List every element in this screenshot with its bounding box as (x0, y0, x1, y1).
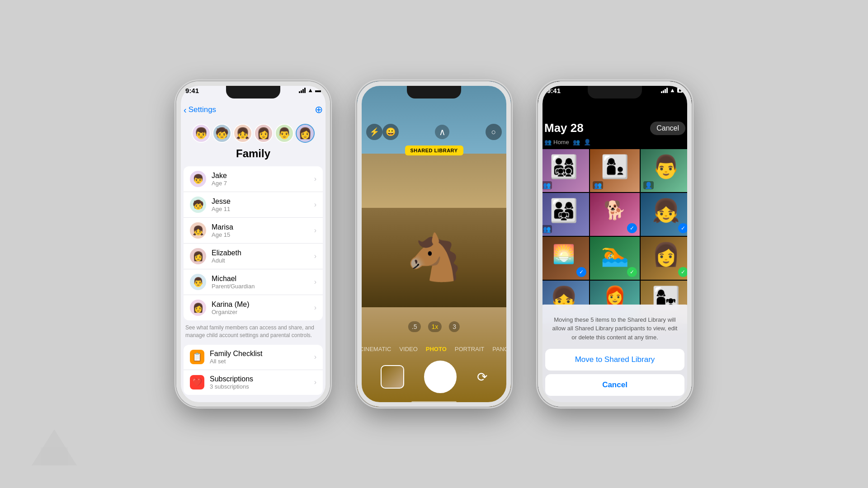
marisa-info: Marisa Age 15 (212, 223, 309, 238)
member-michael[interactable]: 👨 Michael Parent/Guardian › (184, 269, 323, 295)
shared-library-banner: SHARED LIBRARY (357, 145, 511, 155)
member-elizabeth[interactable]: 👩 Elizabeth Adult › (184, 244, 323, 269)
family-title: Family (185, 147, 321, 160)
jake-name: Jake (212, 172, 309, 180)
move-to-shared-library-button[interactable]: Move to Shared Library (545, 349, 684, 371)
photos-date: May 28 (544, 121, 584, 135)
signal-icon (299, 88, 306, 93)
shared-tab-icon-1: 👥 (573, 139, 580, 145)
check-6: ✓ (678, 223, 688, 233)
member-karina[interactable]: 👩 Karina (Me) Organizer › (184, 295, 323, 320)
feature-checklist[interactable]: 📋 Family Checklist All set › (184, 345, 323, 370)
flip-camera-icon[interactable]: ⟳ (477, 370, 487, 385)
check-7: ✓ (576, 267, 586, 277)
family-header: 👦 🧒 👧 👩 👨 👩 Family (176, 119, 330, 166)
battery-icon: ▬ (315, 87, 321, 94)
elizabeth-name: Elizabeth (212, 249, 309, 257)
shared-icon-4: 👥 (542, 225, 552, 233)
karina-chevron: › (314, 304, 316, 312)
photos-cancel-btn[interactable]: Cancel (650, 122, 685, 135)
checklist-chevron: › (314, 353, 316, 361)
photo-9[interactable]: 👩 ✓ (641, 237, 691, 280)
notch-1 (226, 86, 280, 99)
photo-6[interactable]: 👧 ✓ (641, 193, 691, 236)
jake-info: Jake Age 7 (212, 172, 309, 187)
add-member-icon[interactable]: ⊕ (315, 104, 323, 116)
photo-2[interactable]: 👩‍👦 👥 (590, 149, 640, 192)
marisa-role: Age 15 (212, 231, 309, 238)
battery-icon-3: ■ (677, 88, 683, 93)
photo-5[interactable]: 🐕 ✓ (590, 193, 640, 236)
notch-2 (407, 86, 461, 99)
subscriptions-chevron: › (314, 378, 316, 386)
zoom-controls: .5 1x 3 (408, 321, 460, 332)
photo-4[interactable]: 👨‍👩‍👧 👥 (539, 193, 589, 236)
mode-pano[interactable]: PANO (492, 346, 509, 352)
photo-3[interactable]: 👨 👤 (641, 149, 691, 192)
family-sharing-icon[interactable]: 😀 (382, 124, 399, 140)
photo-grid: 👨‍👩‍👧‍👦 👥 👩‍👦 👥 👨 👤 👨‍👩‍👧 👥 (538, 149, 692, 324)
action-message: Moving these 5 items to the Shared Libra… (545, 312, 684, 349)
nav-bar: ‹ Settings ⊕ (176, 101, 330, 119)
mode-cinematic[interactable]: CINEMATIC (359, 346, 392, 352)
avatar-jesse: 🧒 (212, 124, 231, 143)
checklist-name: Family Checklist (210, 350, 309, 358)
svg-rect-1 (41, 447, 68, 465)
subscriptions-name: Subscriptions (210, 375, 309, 383)
cancel-action-button[interactable]: Cancel (545, 374, 684, 396)
avatar-jake-sm: 👦 (190, 171, 206, 187)
member-jesse[interactable]: 🧒 Jesse Age 11 › (184, 192, 323, 218)
karina-info: Karina (Me) Organizer (212, 300, 309, 315)
phone-shared-library: 9:41 ▲ ■ May 28 Cancel (538, 81, 692, 407)
time-1: 9:41 (185, 87, 199, 94)
subscriptions-info: Subscriptions 3 subscriptions (210, 375, 309, 390)
mode-video[interactable]: VIDEO (399, 346, 417, 352)
phone-camera: 🐴 ⚡ 😀 ∧ ○ SHARED LIBRARY .5 (357, 81, 511, 407)
wifi-icon-3: ▲ (670, 87, 675, 94)
tab-shared-1[interactable]: 👥 (573, 139, 580, 145)
marisa-name: Marisa (212, 223, 309, 231)
chevron-up-icon[interactable]: ∧ (435, 125, 449, 139)
member-marisa[interactable]: 👧 Marisa Age 15 › (184, 218, 323, 244)
back-button[interactable]: ‹ Settings (184, 105, 216, 115)
member-jake[interactable]: 👦 Jake Age 7 › (184, 166, 323, 192)
mode-photo[interactable]: PHOTO (426, 346, 447, 352)
shutter-button[interactable] (424, 361, 457, 393)
photo-1[interactable]: 👨‍👩‍👧‍👦 👥 (539, 149, 589, 192)
flash-icon[interactable]: ⚡ (366, 124, 382, 140)
avatar-jake: 👦 (192, 124, 211, 143)
feature-subscriptions[interactable]: ❤️ Subscriptions 3 subscriptions › (184, 370, 323, 395)
back-label: Settings (189, 105, 216, 114)
photo-tabs: 👥 Home 👥 👤 (538, 139, 692, 149)
michael-name: Michael (212, 275, 309, 283)
karina-role: Organizer (212, 309, 309, 315)
action-sheet-overlay: Moving these 5 items to the Shared Libra… (538, 305, 692, 407)
checklist-info: Family Checklist All set (210, 350, 309, 365)
zoom-1x[interactable]: 1x (428, 321, 442, 332)
photo-7[interactable]: 🌅 ✓ (539, 237, 589, 280)
settings-circle-icon[interactable]: ○ (486, 124, 502, 140)
notch-3 (588, 86, 642, 99)
avatar-michael-sm: 👨 (190, 274, 206, 290)
mode-portrait[interactable]: PORTRAIT (455, 346, 485, 352)
check-5: ✓ (627, 223, 637, 233)
last-photo-thumbnail[interactable] (381, 365, 404, 389)
michael-role: Parent/Guardian (212, 283, 309, 290)
action-sheet: Moving these 5 items to the Shared Libra… (538, 305, 692, 407)
karina-name: Karina (Me) (212, 300, 309, 309)
michael-chevron: › (314, 278, 316, 286)
avatar-michael: 👨 (275, 124, 294, 143)
home-tab-icon: 👥 (544, 139, 552, 145)
tab-shared-2[interactable]: 👤 (584, 139, 591, 145)
shared-tab-icon-2: 👤 (584, 139, 591, 145)
jesse-info: Jesse Age 11 (212, 197, 309, 212)
shared-icon-1: 👥 (542, 181, 552, 189)
avatar-elizabeth: 👩 (254, 124, 273, 143)
photo-8[interactable]: 🏊 ✓ (590, 237, 640, 280)
zoom-half[interactable]: .5 (408, 321, 421, 332)
zoom-3x[interactable]: 3 (449, 321, 460, 332)
tab-home[interactable]: 👥 Home (544, 139, 569, 145)
marisa-chevron: › (314, 226, 316, 235)
shared-library-label: SHARED LIBRARY (405, 145, 463, 155)
bg-decorative-shape (27, 425, 81, 470)
